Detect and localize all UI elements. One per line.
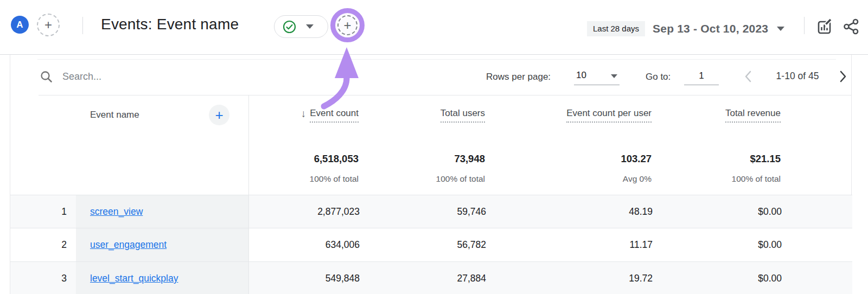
- page-title: Events: Event name: [101, 16, 239, 33]
- date-preset-badge: Last 28 days: [587, 21, 645, 36]
- data-quality-pill[interactable]: [274, 15, 328, 38]
- go-to-page-input[interactable]: [684, 67, 719, 85]
- cell-event-count: 549,848: [326, 262, 360, 294]
- plus-icon: +: [343, 18, 351, 33]
- pagination-range: 1-10 of 45: [768, 71, 827, 82]
- check-circle-icon: [283, 20, 296, 34]
- cell-event-count: 634,006: [326, 228, 360, 261]
- pagination-next-button[interactable]: [835, 69, 850, 84]
- column-header-total-users[interactable]: Total users: [441, 108, 485, 123]
- total-event-count-per-user-note: Avg 0%: [623, 174, 652, 184]
- app-header: A + Events: Event name + Last 28 days Se…: [0, 0, 868, 55]
- table-row: 1 screen_view 2,877,023 59,746 48.19 $0.…: [10, 195, 852, 228]
- rows-per-page-value: 10: [576, 70, 586, 81]
- column-header-event-count[interactable]: ↓Event count: [301, 108, 359, 123]
- add-dimension-button[interactable]: +: [209, 105, 229, 125]
- cell-event-count: 2,877,023: [317, 195, 360, 228]
- caret-down-icon: [611, 74, 617, 78]
- cell-total-revenue: $0.00: [758, 262, 782, 294]
- customize-report-button[interactable]: [815, 18, 835, 37]
- total-revenue-note: 100% of total: [732, 174, 781, 184]
- rows-per-page-label: Rows per page:: [486, 70, 551, 84]
- caret-down-icon: [777, 27, 784, 31]
- column-header-event-name[interactable]: Event name: [90, 110, 139, 120]
- event-name-link[interactable]: user_engagement: [90, 228, 167, 261]
- highlighted-add-button[interactable]: +: [330, 8, 365, 42]
- cell-event-count-per-user: 48.19: [629, 195, 653, 228]
- search-icon: [40, 70, 53, 86]
- date-range-selector[interactable]: Last 28 days Sep 13 - Oct 10, 2023: [587, 20, 784, 38]
- column-header-label: Total users: [441, 108, 485, 123]
- total-users-note: 100% of total: [436, 174, 485, 184]
- cell-total-revenue: $0.00: [758, 228, 782, 261]
- dashed-circle: +: [337, 15, 358, 35]
- row-index: 1: [41, 195, 67, 228]
- add-comparison-button[interactable]: +: [37, 14, 60, 36]
- column-divider: [248, 95, 249, 294]
- caret-down-icon: [306, 24, 314, 29]
- row-index: 2: [41, 228, 67, 261]
- total-event-count-note: 100% of total: [310, 174, 359, 184]
- row-index: 3: [41, 262, 67, 294]
- date-range-text: Sep 13 - Oct 10, 2023: [653, 22, 768, 35]
- event-name-link[interactable]: screen_view: [90, 195, 143, 228]
- rows-per-page-select[interactable]: 10: [574, 67, 620, 85]
- column-header-total-revenue[interactable]: Total revenue: [725, 108, 781, 123]
- pagination-prev-button[interactable]: [742, 69, 756, 84]
- cell-total-users: 56,782: [457, 228, 486, 261]
- column-header-event-count-per-user[interactable]: Event count per user: [566, 108, 652, 123]
- cell-total-users: 27,884: [457, 262, 486, 294]
- total-event-count-per-user: 103.27: [621, 153, 652, 165]
- header-divider: [804, 17, 805, 34]
- total-users: 73,948: [454, 153, 485, 165]
- sort-descending-icon: ↓: [301, 108, 307, 119]
- column-header-label: Event count: [310, 108, 359, 123]
- cell-event-count-per-user: 11.17: [630, 228, 653, 261]
- plus-icon: +: [44, 17, 52, 33]
- column-header-label: Total revenue: [725, 108, 781, 123]
- share-button[interactable]: [841, 18, 861, 37]
- customize-report-icon: [816, 17, 834, 38]
- cell-total-revenue: $0.00: [758, 195, 782, 228]
- user-avatar[interactable]: A: [11, 16, 29, 34]
- go-to-label: Go to:: [646, 70, 671, 84]
- table-row: 3 level_start_quickplay 549,848 27,884 1…: [10, 261, 852, 294]
- card-top-line: [37, 59, 836, 60]
- plus-icon: +: [215, 107, 223, 124]
- header-divider: [82, 17, 83, 34]
- search-input[interactable]: [61, 68, 257, 85]
- cell-event-count-per-user: 19.72: [629, 262, 653, 294]
- event-name-link[interactable]: level_start_quickplay: [90, 262, 178, 294]
- share-icon: [842, 17, 860, 38]
- total-event-count: 6,518,053: [314, 153, 359, 165]
- toolbar-divider: [39, 95, 851, 95]
- table-row: 2 user_engagement 634,006 56,782 11.17 $…: [10, 228, 852, 261]
- cell-total-users: 59,746: [457, 195, 486, 228]
- column-header-label: Event count per user: [566, 108, 652, 123]
- total-revenue: $21.15: [750, 153, 781, 165]
- report-card: Rows per page: 10 Go to: 1-10 of 45 Even…: [10, 55, 852, 294]
